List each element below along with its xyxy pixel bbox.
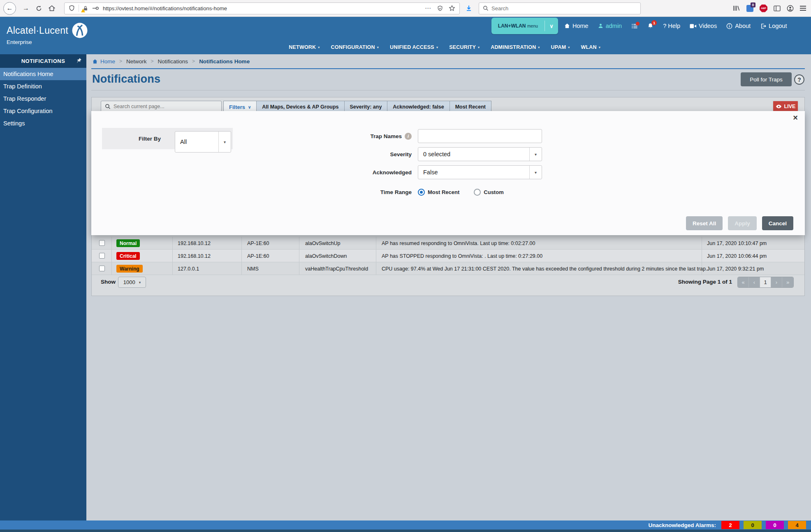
alarm-count-critical[interactable]: 2: [721, 521, 739, 529]
row-checkbox[interactable]: [99, 240, 105, 246]
sidebar-toggle-icon[interactable]: [774, 5, 781, 12]
radio-custom[interactable]: [474, 189, 481, 196]
bottom-edge: [0, 530, 811, 532]
radio-most-recent[interactable]: [418, 189, 425, 196]
browser-search-bar[interactable]: [479, 2, 641, 14]
lan-wlan-menu-button[interactable]: LAN+WLAN menu ∨: [491, 18, 558, 34]
severity-select[interactable]: 0 selected ▾: [418, 147, 542, 161]
caret-down-icon[interactable]: ▾: [529, 148, 542, 161]
nav-upam[interactable]: UPAM▾: [551, 44, 570, 50]
info-icon[interactable]: i: [405, 133, 412, 140]
caret-down-icon: ▾: [436, 46, 438, 49]
table-row[interactable]: Critical 192.168.10.12 AP-1E:60 alaOvSwi…: [92, 250, 804, 262]
top-link-admin[interactable]: admin: [598, 23, 622, 29]
top-link-videos[interactable]: Videos: [690, 23, 717, 29]
sidebar-item-notifications-home[interactable]: Notifications Home: [0, 68, 86, 80]
adblock-icon[interactable]: ABP: [760, 5, 767, 12]
browser-reload-button[interactable]: [36, 5, 42, 12]
bookmark-star-icon[interactable]: [449, 5, 455, 12]
main-content: Home > Network > Notifications > Notific…: [86, 54, 811, 520]
tracking-shield-icon[interactable]: [69, 5, 75, 12]
breadcrumb-separator: >: [119, 58, 122, 64]
cell-device: AP-1E:60: [247, 250, 269, 262]
alerts-bell-button[interactable]: 1: [647, 23, 653, 29]
protections-icon[interactable]: [437, 5, 443, 12]
nav-security[interactable]: SECURITY▾: [449, 44, 480, 50]
row-checkbox[interactable]: [99, 266, 105, 271]
downloads-button[interactable]: [466, 5, 472, 12]
top-link-help[interactable]: ? Help: [663, 23, 680, 29]
sidebar-item-trap-configuration[interactable]: Trap Configuration: [0, 105, 86, 117]
page-prev-button[interactable]: ‹: [749, 277, 760, 287]
page-last-button[interactable]: »: [782, 277, 793, 287]
lock-warning-icon[interactable]: [83, 5, 88, 12]
page-next-button[interactable]: ›: [771, 277, 782, 287]
logout-icon: [760, 23, 766, 29]
alarm-count-major[interactable]: 0: [744, 521, 762, 529]
page-number[interactable]: 1: [760, 277, 771, 287]
top-link-logout[interactable]: Logout: [760, 23, 787, 29]
activity-log-button[interactable]: [631, 23, 638, 29]
sidebar-item-trap-definition[interactable]: Trap Definition: [0, 80, 86, 93]
url-text[interactable]: https://ovtest.home/#/notifications/noti…: [103, 5, 227, 12]
browser-forward-button[interactable]: →: [23, 5, 29, 12]
severity-badge: Warning: [116, 265, 143, 273]
breadcrumb-separator: >: [151, 58, 154, 64]
nav-wlan[interactable]: WLAN▾: [581, 44, 600, 50]
page-help-button[interactable]: ?: [794, 74, 804, 85]
trap-names-input[interactable]: [418, 129, 542, 143]
top-link-home[interactable]: Home: [564, 23, 589, 29]
caret-down-icon[interactable]: ▾: [529, 166, 542, 179]
chevron-down-icon: ∨: [248, 105, 251, 109]
browser-back-button[interactable]: ←: [3, 2, 16, 15]
breadcrumb-home[interactable]: Home: [92, 58, 115, 65]
severity-badge: Normal: [116, 239, 140, 247]
poll-for-traps-button[interactable]: Poll for Traps: [741, 72, 792, 86]
sidebar-item-settings[interactable]: Settings: [0, 117, 86, 130]
top-link-about[interactable]: About: [726, 23, 751, 29]
sidebar-title: NOTIFICATIONS: [0, 54, 86, 68]
alarm-count-minor[interactable]: 0: [766, 521, 784, 529]
bell-badge: 1: [651, 20, 657, 25]
nav-administration[interactable]: ADMINISTRATION▾: [491, 44, 540, 50]
time-range-label: Time Range: [91, 185, 412, 199]
alarm-count-warning[interactable]: 4: [788, 521, 806, 529]
reset-all-button[interactable]: Reset All: [686, 216, 723, 230]
page-search-input[interactable]: [114, 104, 212, 109]
page-size-select[interactable]: 1000 ▾: [118, 277, 146, 288]
page-actions-icon[interactable]: ⋯: [425, 5, 431, 12]
browser-home-button[interactable]: [49, 5, 55, 12]
breadcrumb-network[interactable]: Network: [126, 58, 147, 65]
nav-unified-access[interactable]: UNIFIED ACCESS▾: [390, 44, 438, 50]
permissions-key-icon[interactable]: [92, 5, 99, 11]
page-search-field[interactable]: [101, 101, 222, 112]
page-title: Notifications: [92, 73, 160, 86]
nav-network[interactable]: NETWORK▾: [289, 44, 320, 50]
caret-down-icon: ▾: [478, 46, 480, 49]
live-toggle-button[interactable]: LIVE: [772, 100, 799, 112]
chevron-down-icon[interactable]: ∨: [545, 23, 558, 29]
extension-badge: 0: [751, 2, 755, 7]
urlbar-divider: [79, 5, 79, 12]
table-footer: Show 1000 ▾ Showing Page 1 of 1 « ‹ 1 › …: [92, 273, 804, 296]
cell-trap-name: alaOvSwitchDown: [305, 250, 347, 262]
row-checkbox[interactable]: [99, 253, 105, 259]
cancel-button[interactable]: Cancel: [762, 216, 793, 230]
nav-configuration[interactable]: CONFIGURATION▾: [331, 44, 379, 50]
reload-icon: [36, 5, 42, 12]
acknowledged-select[interactable]: False ▾: [418, 165, 542, 179]
sidebar-item-trap-responder[interactable]: Trap Responder: [0, 93, 86, 105]
browser-search-input[interactable]: [491, 5, 615, 12]
close-icon[interactable]: ×: [793, 113, 798, 122]
menu-hamburger-icon[interactable]: [800, 6, 806, 11]
url-bar[interactable]: https://ovtest.home/#/notifications/noti…: [64, 2, 460, 14]
pin-icon[interactable]: [76, 58, 82, 64]
account-icon[interactable]: [787, 5, 794, 12]
table-row[interactable]: Normal 192.168.10.12 AP-1E:60 alaOvSwitc…: [92, 237, 804, 250]
apply-button[interactable]: Apply: [728, 216, 757, 230]
breadcrumb-notifications[interactable]: Notifications: [158, 58, 188, 65]
page-first-button[interactable]: «: [738, 277, 749, 287]
library-icon[interactable]: [733, 5, 740, 12]
acknowledged-label: Acknowledged: [91, 165, 412, 179]
extension-icon[interactable]: 0: [746, 5, 753, 12]
